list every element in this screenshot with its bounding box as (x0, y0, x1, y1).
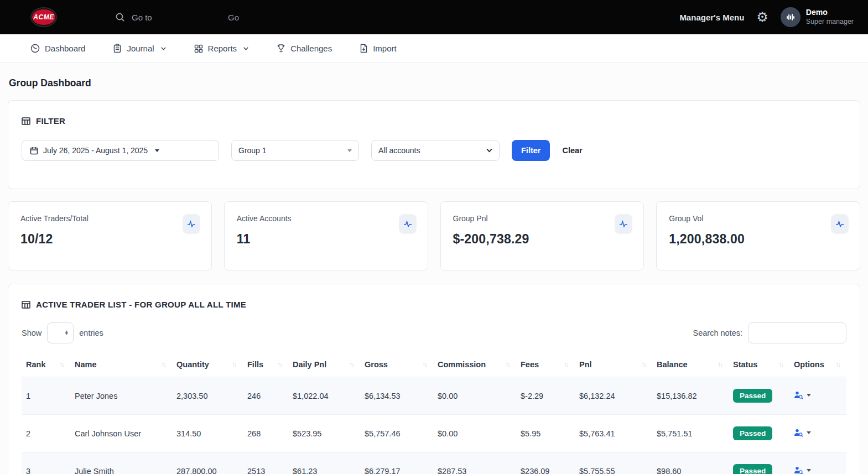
column-header-gross[interactable]: Gross↑↓ (360, 352, 433, 377)
gauge-icon (30, 44, 40, 53)
cell-balance: $98.60 (652, 452, 729, 474)
stat-label: Group Vol (669, 214, 848, 223)
nav-item-reports[interactable]: Reports (194, 44, 250, 53)
entries-select[interactable]: ▲▼ (47, 322, 74, 343)
cell-fees: $236.09 (516, 452, 575, 474)
nav-item-journal[interactable]: Journal (113, 44, 166, 53)
user-name: Demo (806, 8, 854, 18)
chevron-down-icon (160, 45, 167, 51)
column-header-options[interactable]: Options↑↓ (789, 352, 846, 377)
account-select[interactable]: All accounts (371, 140, 500, 161)
user-search-icon (794, 428, 803, 437)
pulse-icon (615, 214, 632, 234)
trophy-icon (277, 44, 285, 53)
topbar-right: Manager's Menu ⚙ Demo Super manager (679, 7, 854, 27)
managers-menu-link[interactable]: Manager's Menu (679, 13, 744, 22)
chevron-down-icon (243, 45, 249, 51)
stats-row: Active Traders/Total 10/12 Active Accoun… (8, 201, 860, 270)
caret-down-icon (807, 394, 811, 397)
sort-icon: ↑↓ (232, 361, 239, 368)
sort-icon: ↑↓ (779, 361, 786, 368)
nav-item-challenges[interactable]: Challenges (277, 44, 332, 53)
column-label: Quantity (176, 360, 209, 369)
gear-icon[interactable]: ⚙ (756, 11, 768, 24)
sort-icon: ↑↓ (506, 361, 512, 368)
cell-fees: $-2.29 (516, 377, 575, 415)
user-search-icon (794, 390, 803, 400)
column-header-name[interactable]: Name↑↓ (70, 352, 172, 377)
column-header-status[interactable]: Status↑↓ (729, 352, 789, 377)
sort-icon: ↑↓ (278, 361, 284, 368)
go-button[interactable]: Go (228, 13, 239, 22)
filter-button[interactable]: Filter (512, 140, 550, 161)
cell-pnl: $5,763.41 (575, 415, 652, 452)
nav-item-label: Dashboard (45, 44, 85, 53)
nav-item-label: Challenges (290, 44, 332, 53)
search-notes-input[interactable] (748, 322, 846, 343)
row-options-button[interactable] (794, 466, 811, 474)
cell-daily_pnl: $1,022.04 (288, 377, 360, 415)
avatar (781, 7, 801, 27)
user-role: Super manager (806, 18, 854, 27)
cell-quantity: 314.50 (172, 415, 243, 452)
row-options-button[interactable] (794, 390, 811, 400)
waveform-icon (786, 12, 796, 22)
acme-logo[interactable]: ACME (30, 7, 57, 27)
column-header-fees[interactable]: Fees↑↓ (516, 352, 575, 377)
page-title: Group Dashboard (9, 77, 859, 89)
clear-button[interactable]: Clear (562, 146, 582, 155)
calendar-icon (30, 147, 38, 155)
table-row: 2Carl Johnson User314.50268$523.95$5,757… (22, 415, 846, 452)
sort-icon: ↑↓ (718, 361, 725, 368)
cell-balance: $15,136.82 (652, 377, 729, 415)
column-header-quantity[interactable]: Quantity↑↓ (172, 352, 243, 377)
stat-card-group-vol: Group Vol 1,200,838.00 (656, 201, 860, 270)
search-input[interactable] (132, 13, 215, 22)
search-notes-label: Search notes: (693, 329, 742, 337)
row-options-button[interactable] (794, 428, 811, 437)
account-select-wrap: All accounts (371, 140, 500, 161)
column-header-commission[interactable]: Commission↑↓ (433, 352, 516, 377)
cell-gross: $6,279.17 (360, 452, 433, 474)
cell-rank: 1 (22, 377, 70, 415)
filter-card: FILTER July 26, 2025 - August 1, 2025 Gr… (8, 100, 860, 189)
stat-label: Active Traders/Total (20, 214, 199, 223)
column-header-fills[interactable]: Fills↑↓ (243, 352, 288, 377)
cell-balance: $5,751.51 (652, 415, 729, 452)
search-notes-group: Search notes: (693, 322, 846, 343)
cell-options (789, 415, 846, 452)
group-select[interactable]: Group 1 (231, 140, 359, 161)
column-label: Gross (365, 360, 388, 369)
main-nav: Dashboard Journal Reports Challenges Imp… (0, 34, 868, 63)
nav-item-import[interactable]: Import (360, 44, 397, 53)
stat-card-active-traders: Active Traders/Total 10/12 (8, 201, 212, 270)
nav-item-dashboard[interactable]: Dashboard (30, 44, 85, 53)
stat-value: 10/12 (20, 232, 199, 247)
column-header-pnl[interactable]: Pnl↑↓ (575, 352, 652, 377)
table-icon (22, 301, 30, 309)
cell-options (789, 452, 846, 474)
cell-fills: 2513 (243, 452, 288, 474)
date-range-picker[interactable]: July 26, 2025 - August 1, 2025 (22, 140, 219, 161)
column-header-balance[interactable]: Balance↑↓ (652, 352, 729, 377)
caret-down-icon (155, 149, 159, 152)
column-header-rank[interactable]: Rank↑↓ (22, 352, 70, 377)
table-icon (22, 117, 30, 125)
sort-icon: ↑↓ (423, 361, 429, 368)
column-header-daily-pnl[interactable]: Daily Pnl↑↓ (288, 352, 360, 377)
filter-title: FILTER (36, 116, 65, 126)
stat-value: $-200,738.29 (453, 232, 632, 247)
status-badge: Passed (733, 426, 772, 440)
nav-item-label: Journal (127, 44, 154, 53)
clipboard-icon (113, 44, 122, 53)
cell-name: Peter Jones (70, 377, 172, 415)
stat-label: Active Accounts (237, 214, 415, 223)
user-menu[interactable]: Demo Super manager (781, 7, 854, 27)
main-content: Group Dashboard FILTER July 26, 2025 - A… (0, 77, 868, 474)
sort-icon: ↑↓ (836, 361, 843, 368)
column-label: Pnl (579, 360, 592, 369)
cell-status: Passed (729, 377, 789, 415)
show-label: Show (22, 329, 41, 337)
table-row: 1Peter Jones2,303.50246$1,022.04$6,134.5… (22, 377, 846, 415)
status-badge: Passed (733, 389, 772, 403)
